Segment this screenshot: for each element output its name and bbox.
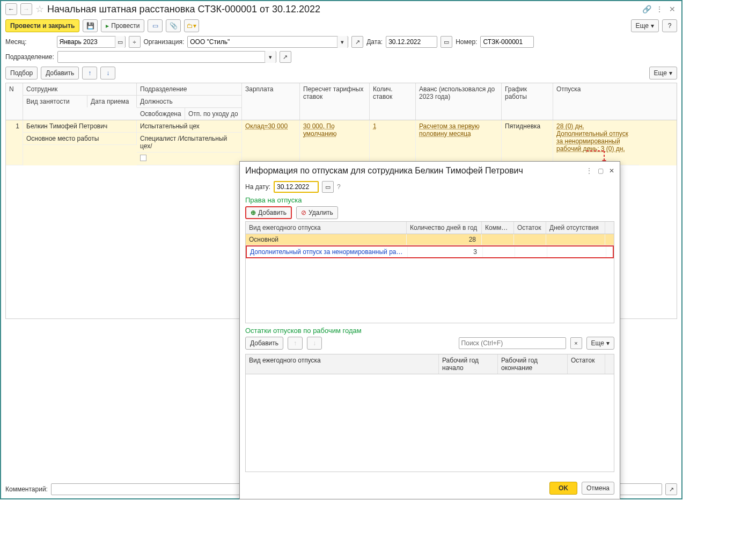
popup-date-label: На дату: [245,183,270,191]
clear-search-button[interactable]: × [570,337,582,349]
move-down-button[interactable]: ↓ [307,337,322,350]
popup-date-field[interactable] [274,181,319,193]
attach-button[interactable]: 📎 [166,19,181,32]
move-up-button[interactable]: ↑ [82,67,97,79]
number-label: Номер: [456,38,477,46]
col-released: Освобождена [137,108,185,120]
cell-emp-type: Основное место работы [23,133,137,145]
rights-header: Права на отпуска [245,196,614,204]
help-button[interactable]: ? [662,19,677,32]
col-advance: Аванс (использовался до 2023 года) [416,83,502,120]
main-window: ← → ☆ Начальная штатная расстановка СТЗК… [0,0,682,499]
post-button[interactable]: ▸Провести [101,19,144,32]
popup-delete-button[interactable]: ⊘ Удалить [296,206,338,219]
save-button[interactable]: 💾 [83,19,98,32]
user-open-button[interactable]: ↗ [665,483,677,495]
grid-toolbar: Подбор Добавить ↑ ↓ Еще ▾ [1,64,681,82]
calendar-icon[interactable]: ▭ [115,36,125,48]
col-salary: Зарплата [242,83,300,120]
col-vacation: Отпуска [553,83,639,120]
add-button[interactable]: Добавить [41,67,79,79]
search-input[interactable] [459,339,566,347]
dialog-titlebar: Информация по отпускам для сотрудника Бе… [240,162,620,178]
month-spinner[interactable]: ÷ [129,36,141,48]
col-emp-type: Вид занятости [23,96,87,107]
hint-icon[interactable]: ? [337,183,341,191]
col2-balance: Остаток [568,354,605,374]
move-down-button[interactable]: ↓ [100,67,115,79]
date-input[interactable] [386,38,437,46]
cell-count[interactable]: 1 [373,122,377,130]
popup-date-input[interactable] [275,183,318,191]
move-up-button[interactable]: ↑ [288,337,303,350]
cell-vacation[interactable]: 28 (0) дн. Дополнительный отпуск за нено… [556,122,628,153]
popup-more-button[interactable]: Еще ▾ [586,337,614,350]
col-schedule: График работы [502,83,553,120]
col-balance: Остаток [514,222,546,234]
forward-button[interactable]: → [20,3,32,15]
col-count: Колич. ставок [370,83,416,120]
dialog-footer: OK Отмена [240,477,620,499]
dialog-menu-icon[interactable]: ⋮ [586,167,592,175]
popup-add-button[interactable]: ⊕ Добавить [245,206,292,219]
more-button[interactable]: Еще ▾ [631,19,659,32]
dept-input[interactable] [58,53,265,61]
number-field[interactable] [480,36,534,48]
popup-calendar-icon[interactable]: ▭ [322,181,334,193]
delete-icon: ⊘ [301,209,306,216]
select-button[interactable]: Подбор [5,67,38,79]
cell-schedule: Пятидневка [502,120,553,165]
link-icon[interactable]: 🔗 [642,4,651,14]
maximize-icon[interactable]: ▢ [598,167,604,175]
report-button[interactable]: ▭ [148,19,163,32]
col-vac-type: Вид ежегодного отпуска [246,222,407,234]
dept-field[interactable]: ▾ [57,51,276,63]
rights-row[interactable]: Основной 28 [246,234,614,245]
col2-type: Вид ежегодного отпуска [246,354,439,374]
search-field[interactable] [459,337,566,349]
folder-button[interactable]: 🗀▾ [184,19,199,32]
chevron-down-icon[interactable]: ▾ [265,51,276,63]
close-icon[interactable]: ✕ [667,4,677,14]
dept-open-button[interactable]: ↗ [280,51,291,63]
popup-add2-button[interactable]: Добавить [245,337,283,350]
number-input[interactable] [481,38,533,46]
col-recalc: Пересчет тарифных ставок [300,83,370,120]
released-checkbox[interactable] [140,155,146,161]
balances-table[interactable]: Вид ежегодного отпуска Рабочий год начал… [245,354,614,472]
cell-salary[interactable]: Оклад=30 000 [245,122,288,130]
col2-end: Рабочий год окончание [498,354,568,374]
org-input[interactable] [188,38,336,46]
org-field[interactable]: ▾ [187,36,348,48]
col-leave-until: Отп. по уходу до [185,108,242,120]
form-row-1: Месяц: ▭ ÷ Организация: ▾ ↗ Дата: ▭ Номе… [1,34,681,49]
org-open-button[interactable]: ↗ [351,36,363,48]
rights-row[interactable]: Дополнительный отпуск за ненормированный… [246,245,614,258]
col-comment: Комме… [482,222,514,234]
date-calendar-icon[interactable]: ▭ [441,36,452,48]
cell-recalc[interactable]: 30 000, По умолчанию [303,122,337,137]
cell-advance[interactable]: Расчетом за первую половину месяца [419,122,480,137]
ok-button[interactable]: OK [549,482,577,495]
table-row[interactable]: 1 Белкин Тимофей Петрович Основное место… [6,120,677,165]
org-label: Организация: [144,38,185,46]
col-days: Количество дней в год [407,222,482,234]
month-field[interactable]: ▭ [57,36,126,48]
col-absence: Дней отсутствия [546,222,605,234]
close-icon[interactable]: ✕ [609,167,614,175]
grid-more-button[interactable]: Еще ▾ [649,67,677,79]
rights-table[interactable]: Вид ежегодного отпуска Количество дней в… [245,221,614,323]
chevron-down-icon[interactable]: ▾ [337,36,348,48]
cancel-button[interactable]: Отмена [582,482,614,495]
comment-label: Комментарий: [5,485,48,493]
dept-label: Подразделение: [5,53,54,61]
favorite-icon[interactable]: ☆ [35,3,44,15]
date-field[interactable] [386,36,437,48]
form-row-2: Подразделение: ▾ ↗ [1,49,681,64]
cell-n: 1 [6,120,23,165]
menu-icon[interactable]: ⋮ [655,4,664,14]
month-input[interactable] [57,38,115,46]
post-and-close-button[interactable]: Провести и закрыть [5,19,79,32]
back-button[interactable]: ← [5,3,17,15]
cell-position: Специалист /Испытательный цех/ [137,133,242,153]
